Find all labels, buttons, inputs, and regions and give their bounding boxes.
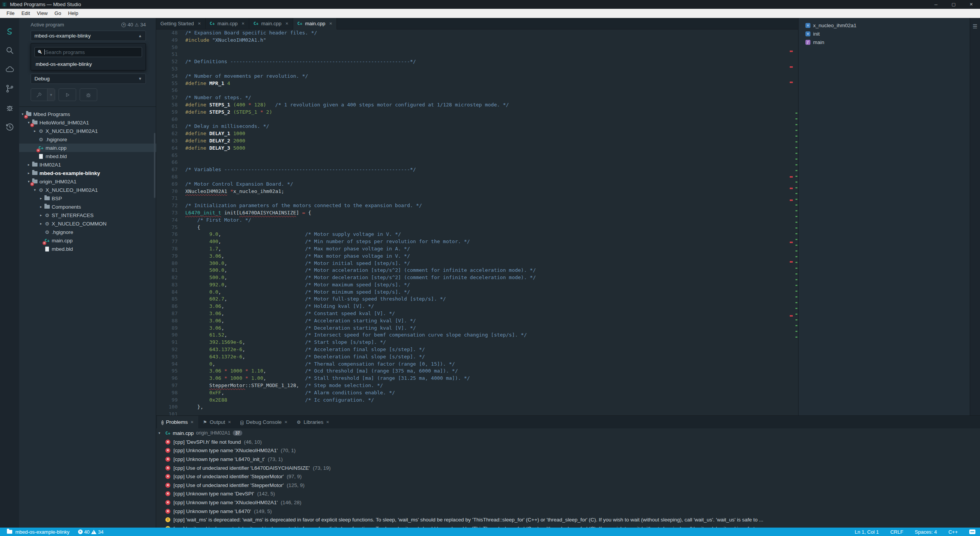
- code-line-87[interactable]: 87 3.06, /* Constant speed kval [V]. */: [156, 310, 789, 317]
- problem-row[interactable]: ![cpp] 'wait_ms' is deprecated: 'wait_ms…: [156, 515, 980, 524]
- problem-row[interactable]: ✕[cpp] Unknown type name 'L6470_init_t'(…: [156, 455, 980, 464]
- code-line-51[interactable]: 51: [156, 51, 789, 58]
- code-line-61[interactable]: 61/* Delay in milliseconds. */: [156, 123, 789, 130]
- problem-row[interactable]: ✕[cpp] Unknown type name 'DevSPI'(142, 5…: [156, 490, 980, 498]
- status-cursor-position[interactable]: Ln 1, Col 1: [855, 529, 879, 535]
- problem-row[interactable]: ✕[cpp] Unknown type name 'L6470'(149, 5): [156, 507, 980, 516]
- code-line-62[interactable]: 62#define DELAY_1 1000: [156, 130, 789, 137]
- status-language-mode[interactable]: C++: [948, 529, 958, 535]
- code-line-90[interactable]: 90 61.52, /* Intersect speed for bemf co…: [156, 332, 789, 339]
- code-line-75[interactable]: 75 {: [156, 224, 789, 231]
- close-button[interactable]: ✕: [962, 0, 980, 9]
- collapsed-arrow-icon[interactable]: ▸: [38, 213, 44, 217]
- code-line-50[interactable]: 50: [156, 44, 789, 51]
- debug-icon[interactable]: [0, 98, 19, 117]
- code-line-70[interactable]: 70XNucleoIHM02A1 *x_nucleo_ihm02a1;: [156, 188, 789, 195]
- code-line-73[interactable]: 73L6470_init_t init[L6470DAISYCHAINSIZE]…: [156, 209, 789, 217]
- code-line-92[interactable]: 92 643.1372e-6, /* Acceleration final sl…: [156, 346, 789, 353]
- tree-item-helloworld-ihm02a1[interactable]: ▾✕HelloWorld_IHM02A1: [19, 118, 166, 127]
- code-line-86[interactable]: 86 3.06, /* Holding kval [V]. */: [156, 303, 789, 310]
- close-icon[interactable]: ✕: [326, 420, 329, 424]
- code-line-88[interactable]: 88 3.06, /* Acceleration starting kval […: [156, 317, 789, 325]
- code-line-93[interactable]: 93 643.1372e-6, /* Deceleration final sl…: [156, 353, 789, 361]
- status-indentation[interactable]: Spaces: 4: [915, 529, 937, 535]
- tree-item-x-nucleo-common[interactable]: ▸⚙X_NUCLEO_COMMON: [19, 219, 166, 228]
- tree-item--hgignore[interactable]: ⚙.hgignore: [19, 135, 166, 144]
- problem-row[interactable]: ✕[cpp] Unknown type name 'XNucleoIHM02A1…: [156, 446, 980, 455]
- build-profile-select[interactable]: Debug ▼: [31, 74, 146, 84]
- code-line-80[interactable]: 80 300.0, /* Motor initial speed [step/s…: [156, 260, 789, 267]
- maximize-button[interactable]: ▢: [945, 0, 962, 9]
- code-line-68[interactable]: 68: [156, 173, 789, 181]
- code-line-83[interactable]: 83 992.0, /* Motor maximum speed [step/s…: [156, 281, 789, 289]
- code-line-53[interactable]: 53: [156, 65, 789, 73]
- tree-item-bsp[interactable]: ▸BSP: [19, 194, 166, 203]
- code-line-82[interactable]: 82 500.0, /* Motor deceleration [step/s^…: [156, 274, 789, 281]
- panel-tab-output[interactable]: ⚑Output✕: [198, 416, 236, 428]
- code-line-85[interactable]: 85 602.7, /* Motor full-step speed thres…: [156, 296, 789, 303]
- tree-item-origin-ihm02a1[interactable]: ▾✕origin_IHM02A1: [19, 177, 166, 186]
- problem-row[interactable]: ✕[cpp] Unknown type name 'XNucleoIHM02A1…: [156, 498, 980, 507]
- code-line-54[interactable]: 54/* Number of movements per revolution.…: [156, 73, 789, 80]
- code-line-55[interactable]: 55#define MPR_1 4: [156, 80, 789, 87]
- close-icon[interactable]: ✕: [198, 21, 201, 26]
- outline-item-main[interactable]: ƒmain: [799, 38, 970, 46]
- close-icon[interactable]: ✕: [284, 420, 287, 424]
- problem-row[interactable]: ✕[cpp] 'DevSPI.h' file not found(46, 10): [156, 438, 980, 446]
- collapsed-arrow-icon[interactable]: ▸: [26, 163, 31, 167]
- outline-toggle-icon[interactable]: ☰: [973, 23, 978, 415]
- panel-tab-libraries[interactable]: ⚙Libraries✕: [292, 416, 334, 428]
- code-line-56[interactable]: 56: [156, 87, 789, 94]
- status-problems[interactable]: ✕ 40 34: [78, 529, 104, 535]
- tree-item-mbed-bld[interactable]: mbed.bld: [19, 152, 166, 160]
- close-icon[interactable]: ✕: [242, 21, 245, 26]
- code-line-66[interactable]: 66: [156, 159, 789, 166]
- code-line-101[interactable]: 101: [156, 411, 789, 415]
- code-line-59[interactable]: 59#define STEPS_2 (STEPS_1 * 2): [156, 109, 789, 116]
- panel-tab-problems[interactable]: !Problems✕: [157, 416, 198, 428]
- collapsed-arrow-icon[interactable]: ▸: [38, 205, 44, 209]
- code-editor[interactable]: 48/* Expansion Board specific header fil…: [156, 29, 798, 415]
- sidebar-scrollbar[interactable]: [154, 133, 155, 198]
- tree-item-components[interactable]: ▸Components: [19, 203, 166, 211]
- panel-tab-debug-console[interactable]: ▸Debug Console✕: [236, 416, 292, 428]
- code-line-71[interactable]: 71: [156, 195, 789, 202]
- menu-help[interactable]: Help: [65, 10, 82, 16]
- tree-item-x-nucleo-ihm02a1[interactable]: ▸⚙X_NUCLEO_IHM02A1: [19, 127, 166, 135]
- code-line-91[interactable]: 91 392.1569e-6, /* Start slope [s/step].…: [156, 339, 789, 346]
- collapsed-arrow-icon[interactable]: ▸: [32, 129, 38, 133]
- problem-row[interactable]: ✕[cpp] Use of undeclared identifier 'Ste…: [156, 481, 980, 490]
- outline-item-x_nucleo_ihm02a1[interactable]: vx_nucleo_ihm02a1: [799, 21, 970, 29]
- code-line-57[interactable]: 57/* Number of steps. */: [156, 94, 789, 101]
- code-line-89[interactable]: 89 3.06, /* Deceleration starting kval […: [156, 325, 789, 332]
- code-line-77[interactable]: 77 400, /* Min number of steps per revol…: [156, 238, 789, 245]
- code-line-84[interactable]: 84 0.0, /* Motor minimum speed [step/s].…: [156, 289, 789, 296]
- tree-item-st-interfaces[interactable]: ▸⚙ST_INTERFACES: [19, 211, 166, 219]
- menu-edit[interactable]: Edit: [18, 10, 33, 16]
- tree-item-main-cpp[interactable]: C+✕main.cpp: [19, 236, 166, 245]
- code-line-94[interactable]: 94 0, /* Thermal compensation factor (ra…: [156, 361, 789, 368]
- status-eol-sequence[interactable]: CRLF: [890, 529, 903, 535]
- tree-item-mbed-os-example-blinky[interactable]: ▸mbed-os-example-blinky: [19, 169, 166, 177]
- expanded-arrow-icon[interactable]: ▾: [32, 188, 38, 192]
- problem-row[interactable]: ✕[cpp] Use of undeclared identifier 'L64…: [156, 464, 980, 472]
- code-line-60[interactable]: 60: [156, 116, 789, 123]
- tab-main-cpp[interactable]: C+main.cpp✕: [206, 18, 249, 29]
- close-icon[interactable]: ✕: [329, 21, 332, 26]
- code-line-78[interactable]: 78 1.7, /* Max motor phase voltage in A.…: [156, 245, 789, 253]
- problem-row[interactable]: ![cpp] 'wait_ms' is deprecated: 'wait_ms…: [156, 524, 980, 528]
- close-icon[interactable]: ✕: [285, 21, 288, 26]
- problem-row[interactable]: ✕[cpp] Use of undeclared identifier 'Ste…: [156, 472, 980, 481]
- tab-main-cpp[interactable]: C+main.cpp✕: [249, 18, 293, 29]
- code-line-69[interactable]: 69/* Motor Control Expansion Board. */: [156, 181, 789, 188]
- code-line-100[interactable]: 100 },: [156, 404, 789, 411]
- run-button[interactable]: [59, 88, 76, 101]
- tab-main-cpp[interactable]: C+main.cpp✕: [293, 18, 337, 29]
- debug-button[interactable]: [80, 88, 97, 101]
- code-line-76[interactable]: 76 9.0, /* Motor supply voltage in V. */: [156, 231, 789, 238]
- status-program[interactable]: mbed-os-example-blinky: [15, 529, 70, 535]
- cloud-icon[interactable]: [0, 60, 19, 79]
- code-line-81[interactable]: 81 500.0, /* Motor acceleration [step/s^…: [156, 267, 789, 274]
- collapsed-arrow-icon[interactable]: ▸: [38, 222, 44, 226]
- code-line-64[interactable]: 64#define DELAY_3 5000: [156, 145, 789, 152]
